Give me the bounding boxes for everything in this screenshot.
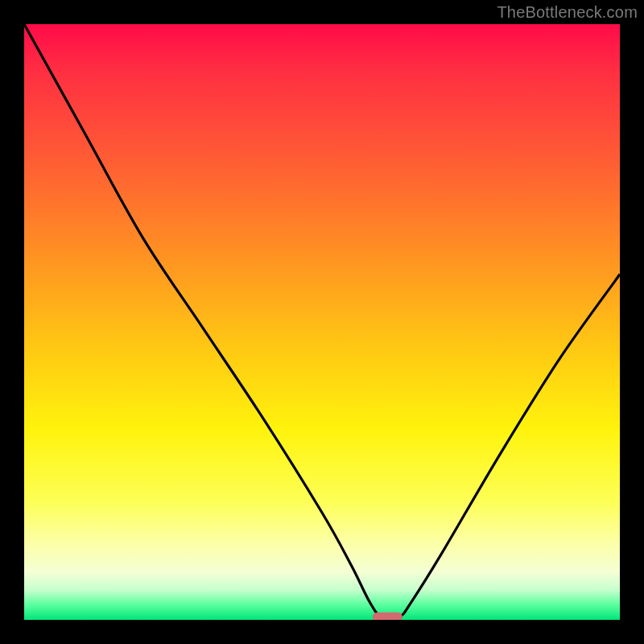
watermark-text: TheBottleneck.com [497, 3, 638, 22]
curve-layer [24, 24, 620, 620]
optimal-marker [373, 613, 402, 620]
plot-area [24, 24, 620, 620]
bottleneck-curve [24, 24, 620, 619]
chart-frame: TheBottleneck.com [0, 0, 644, 644]
